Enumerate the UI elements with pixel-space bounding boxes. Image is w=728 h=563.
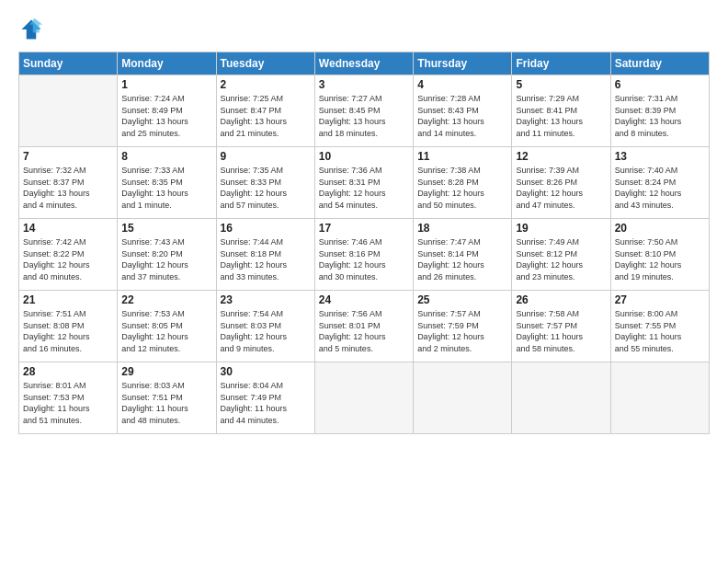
calendar-cell: 16Sunrise: 7:44 AM Sunset: 8:18 PM Dayli… [216,219,314,291]
day-info: Sunrise: 7:56 AM Sunset: 8:01 PM Dayligh… [319,308,409,354]
calendar-cell: 17Sunrise: 7:46 AM Sunset: 8:16 PM Dayli… [314,219,413,291]
page-header [18,17,710,42]
calendar-cell: 22Sunrise: 7:53 AM Sunset: 8:05 PM Dayli… [118,291,216,362]
day-header-saturday: Saturday [610,52,709,75]
day-info: Sunrise: 7:38 AM Sunset: 8:28 PM Dayligh… [417,165,507,211]
calendar-cell [512,362,610,434]
day-info: Sunrise: 8:04 AM Sunset: 7:49 PM Dayligh… [221,380,311,426]
day-number: 11 [417,150,507,163]
day-info: Sunrise: 7:58 AM Sunset: 7:57 PM Dayligh… [516,308,606,354]
calendar-cell: 18Sunrise: 7:47 AM Sunset: 8:14 PM Dayli… [414,219,512,291]
day-number: 25 [417,293,507,306]
day-number: 2 [221,78,311,91]
day-number: 30 [221,365,311,378]
day-header-thursday: Thursday [414,52,512,75]
calendar-cell: 29Sunrise: 8:03 AM Sunset: 7:51 PM Dayli… [118,362,216,434]
day-info: Sunrise: 7:54 AM Sunset: 8:03 PM Dayligh… [221,308,311,354]
day-info: Sunrise: 7:36 AM Sunset: 8:31 PM Dayligh… [319,165,409,211]
day-number: 14 [23,222,113,235]
logo-icon [18,17,44,42]
day-number: 23 [221,293,311,306]
calendar-cell: 25Sunrise: 7:57 AM Sunset: 7:59 PM Dayli… [414,291,512,362]
calendar-cell [314,362,413,434]
day-number: 18 [417,222,507,235]
day-info: Sunrise: 7:50 AM Sunset: 8:10 PM Dayligh… [615,236,705,282]
calendar-cell: 23Sunrise: 7:54 AM Sunset: 8:03 PM Dayli… [216,291,314,362]
day-number: 28 [23,365,113,378]
day-info: Sunrise: 7:47 AM Sunset: 8:14 PM Dayligh… [417,236,507,282]
day-number: 29 [121,365,211,378]
day-info: Sunrise: 7:42 AM Sunset: 8:22 PM Dayligh… [23,236,113,282]
day-header-sunday: Sunday [19,52,118,75]
calendar-week-4: 21Sunrise: 7:51 AM Sunset: 8:08 PM Dayli… [19,291,710,362]
calendar-week-1: 1Sunrise: 7:24 AM Sunset: 8:49 PM Daylig… [19,75,710,147]
calendar-cell: 6Sunrise: 7:31 AM Sunset: 8:39 PM Daylig… [610,75,709,147]
calendar-week-3: 14Sunrise: 7:42 AM Sunset: 8:22 PM Dayli… [19,219,710,291]
day-number: 10 [319,150,409,163]
day-number: 27 [615,293,705,306]
day-number: 3 [319,78,409,91]
day-number: 5 [516,78,606,91]
day-number: 12 [516,150,606,163]
calendar-cell: 28Sunrise: 8:01 AM Sunset: 7:53 PM Dayli… [19,362,118,434]
day-info: Sunrise: 7:32 AM Sunset: 8:37 PM Dayligh… [23,165,113,211]
day-number: 24 [319,293,409,306]
calendar-cell [19,75,118,147]
day-info: Sunrise: 7:33 AM Sunset: 8:35 PM Dayligh… [121,165,211,211]
calendar-header-row: SundayMondayTuesdayWednesdayThursdayFrid… [19,52,710,75]
calendar-cell: 10Sunrise: 7:36 AM Sunset: 8:31 PM Dayli… [314,147,413,219]
calendar-cell: 2Sunrise: 7:25 AM Sunset: 8:47 PM Daylig… [216,75,314,147]
day-info: Sunrise: 7:53 AM Sunset: 8:05 PM Dayligh… [121,308,211,354]
calendar-cell: 4Sunrise: 7:28 AM Sunset: 8:43 PM Daylig… [414,75,512,147]
day-number: 17 [319,222,409,235]
calendar-cell: 19Sunrise: 7:49 AM Sunset: 8:12 PM Dayli… [512,219,610,291]
day-header-friday: Friday [512,52,610,75]
day-number: 19 [516,222,606,235]
day-number: 16 [221,222,311,235]
day-info: Sunrise: 7:31 AM Sunset: 8:39 PM Dayligh… [615,93,705,139]
day-info: Sunrise: 7:44 AM Sunset: 8:18 PM Dayligh… [221,236,311,282]
day-info: Sunrise: 7:43 AM Sunset: 8:20 PM Dayligh… [121,236,211,282]
day-info: Sunrise: 7:40 AM Sunset: 8:24 PM Dayligh… [615,165,705,211]
calendar-cell: 20Sunrise: 7:50 AM Sunset: 8:10 PM Dayli… [610,219,709,291]
calendar-cell: 14Sunrise: 7:42 AM Sunset: 8:22 PM Dayli… [19,219,118,291]
calendar-cell: 21Sunrise: 7:51 AM Sunset: 8:08 PM Dayli… [19,291,118,362]
calendar-cell: 3Sunrise: 7:27 AM Sunset: 8:45 PM Daylig… [314,75,413,147]
calendar-cell: 24Sunrise: 7:56 AM Sunset: 8:01 PM Dayli… [314,291,413,362]
day-info: Sunrise: 8:01 AM Sunset: 7:53 PM Dayligh… [23,380,113,426]
day-number: 6 [615,78,705,91]
day-number: 8 [121,150,211,163]
day-info: Sunrise: 7:57 AM Sunset: 7:59 PM Dayligh… [417,308,507,354]
calendar-cell: 11Sunrise: 7:38 AM Sunset: 8:28 PM Dayli… [414,147,512,219]
day-number: 15 [121,222,211,235]
day-info: Sunrise: 7:25 AM Sunset: 8:47 PM Dayligh… [221,93,311,139]
day-info: Sunrise: 7:46 AM Sunset: 8:16 PM Dayligh… [319,236,409,282]
day-number: 21 [23,293,113,306]
day-info: Sunrise: 7:28 AM Sunset: 8:43 PM Dayligh… [417,93,507,139]
calendar-cell: 9Sunrise: 7:35 AM Sunset: 8:33 PM Daylig… [216,147,314,219]
day-info: Sunrise: 7:29 AM Sunset: 8:41 PM Dayligh… [516,93,606,139]
day-info: Sunrise: 7:39 AM Sunset: 8:26 PM Dayligh… [516,165,606,211]
day-info: Sunrise: 7:27 AM Sunset: 8:45 PM Dayligh… [319,93,409,139]
calendar-body: 1Sunrise: 7:24 AM Sunset: 8:49 PM Daylig… [19,75,710,434]
day-info: Sunrise: 7:49 AM Sunset: 8:12 PM Dayligh… [516,236,606,282]
day-info: Sunrise: 8:03 AM Sunset: 7:51 PM Dayligh… [121,380,211,426]
calendar-cell: 27Sunrise: 8:00 AM Sunset: 7:55 PM Dayli… [610,291,709,362]
calendar-table: SundayMondayTuesdayWednesdayThursdayFrid… [18,52,710,434]
day-number: 22 [121,293,211,306]
day-info: Sunrise: 8:00 AM Sunset: 7:55 PM Dayligh… [615,308,705,354]
calendar-cell: 5Sunrise: 7:29 AM Sunset: 8:41 PM Daylig… [512,75,610,147]
calendar-cell [414,362,512,434]
day-number: 9 [221,150,311,163]
day-info: Sunrise: 7:24 AM Sunset: 8:49 PM Dayligh… [121,93,211,139]
calendar-cell: 26Sunrise: 7:58 AM Sunset: 7:57 PM Dayli… [512,291,610,362]
calendar-cell [610,362,709,434]
day-header-wednesday: Wednesday [314,52,413,75]
day-header-tuesday: Tuesday [216,52,314,75]
day-number: 13 [615,150,705,163]
day-number: 1 [121,78,211,91]
calendar-week-2: 7Sunrise: 7:32 AM Sunset: 8:37 PM Daylig… [19,147,710,219]
calendar-cell: 13Sunrise: 7:40 AM Sunset: 8:24 PM Dayli… [610,147,709,219]
day-info: Sunrise: 7:35 AM Sunset: 8:33 PM Dayligh… [221,165,311,211]
calendar-cell: 30Sunrise: 8:04 AM Sunset: 7:49 PM Dayli… [216,362,314,434]
